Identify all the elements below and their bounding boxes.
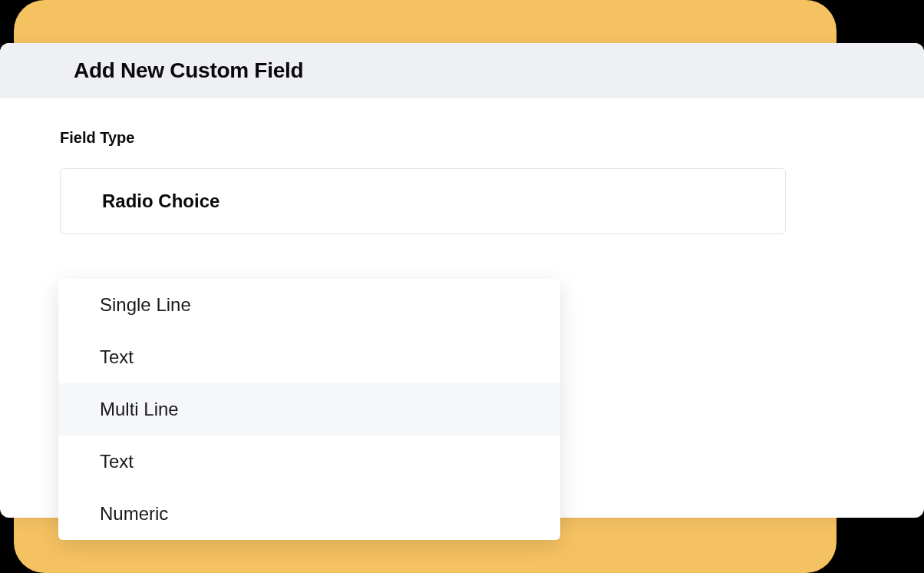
field-type-select[interactable]: Radio Choice xyxy=(60,168,786,234)
add-custom-field-card: Add New Custom Field Field Type Radio Ch… xyxy=(0,43,924,518)
dropdown-option-single-line[interactable]: Single Line xyxy=(58,279,560,331)
dropdown-option-numeric[interactable]: Numeric xyxy=(58,488,560,540)
field-type-label: Field Type xyxy=(60,129,864,147)
selected-value: Radio Choice xyxy=(102,190,219,212)
card-body: Field Type Radio Choice Single Line Text… xyxy=(0,98,924,250)
dropdown-option-multi-line[interactable]: Multi Line xyxy=(58,383,560,436)
dropdown-option-text-1[interactable]: Text xyxy=(58,331,560,383)
page-title: Add New Custom Field xyxy=(74,58,850,83)
dropdown-option-text-2[interactable]: Text xyxy=(58,436,560,488)
field-type-dropdown: Single Line Text Multi Line Text Numeric xyxy=(58,279,560,540)
card-header: Add New Custom Field xyxy=(0,43,924,98)
